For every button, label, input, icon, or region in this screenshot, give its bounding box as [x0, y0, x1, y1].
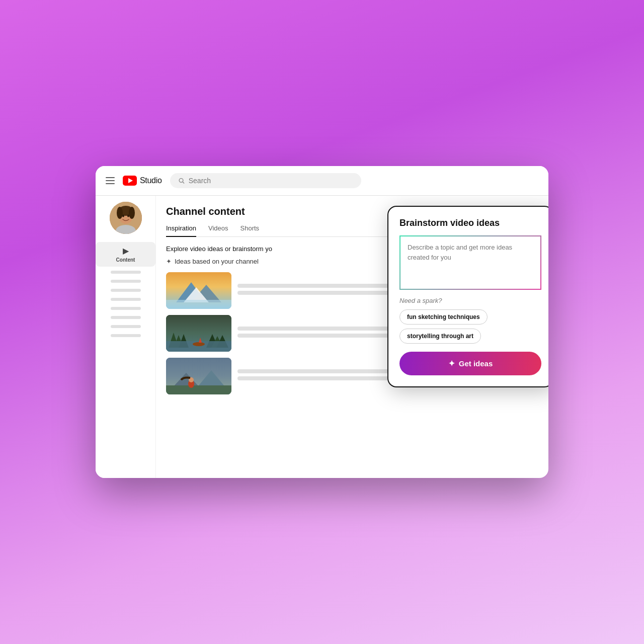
need-spark-label: Need a spark? [399, 297, 541, 304]
main-body: ▶ Content Channel content Inspiration Vi… [96, 196, 548, 478]
youtube-icon [123, 176, 137, 186]
svg-point-7 [117, 207, 123, 219]
video-line-sub-2 [237, 334, 407, 338]
svg-point-8 [129, 207, 135, 219]
svg-point-10 [127, 215, 129, 217]
search-icon [178, 177, 185, 184]
sidebar-line-7 [111, 325, 141, 328]
sidebar-line-5 [111, 307, 141, 310]
svg-point-9 [122, 215, 124, 217]
tab-inspiration[interactable]: Inspiration [166, 224, 196, 237]
sidebar-line-2 [111, 280, 141, 283]
svg-line-3 [183, 182, 184, 183]
get-ideas-button[interactable]: ✦ Get ideas [399, 352, 541, 375]
search-input[interactable] [189, 177, 353, 185]
suggestion-chips: fun sketching techniques storytelling th… [399, 309, 541, 344]
chip-sketching[interactable]: fun sketching techniques [399, 309, 488, 325]
sidebar: ▶ Content [96, 196, 156, 478]
sidebar-line-3 [111, 289, 141, 292]
sidebar-content-label: Content [116, 257, 135, 263]
sparkle-icon: ✦ [448, 359, 455, 368]
brainstorm-panel: Brainstorm video ideas Need a spark? fun… [387, 206, 548, 387]
tab-shorts[interactable]: Shorts [240, 224, 260, 236]
get-ideas-label: Get ideas [459, 359, 493, 368]
tab-videos[interactable]: Videos [208, 224, 228, 236]
search-bar[interactable] [170, 173, 361, 188]
thumbnail-2 [166, 315, 231, 352]
ideas-tag-text: Ideas based on your channel [175, 258, 259, 265]
thumbnail-1 [166, 272, 231, 309]
svg-point-25 [193, 342, 205, 346]
video-line-sub-1 [237, 291, 407, 295]
sidebar-line-8 [111, 334, 141, 337]
header: Studio [96, 166, 548, 196]
browser-window: Studio [96, 166, 548, 478]
avatar [110, 202, 142, 234]
hamburger-menu[interactable] [106, 177, 115, 184]
content-icon: ▶ [123, 246, 129, 256]
studio-label: Studio [140, 176, 162, 185]
topic-textarea[interactable] [400, 236, 540, 287]
svg-rect-30 [166, 385, 231, 394]
content-area: Channel content Inspiration Videos Short… [156, 196, 548, 478]
topic-input-wrapper [399, 235, 541, 290]
sidebar-line-4 [111, 298, 141, 301]
brainstorm-title: Brainstorm video ideas [399, 218, 541, 228]
sidebar-line-6 [111, 316, 141, 319]
sidebar-item-content[interactable]: ▶ Content [96, 242, 155, 267]
thumbnail-3 [166, 358, 231, 394]
spark-icon: ✦ [166, 258, 172, 265]
sidebar-line-1 [111, 271, 141, 274]
youtube-studio-logo: Studio [123, 176, 162, 186]
chip-storytelling[interactable]: storytelling through art [399, 329, 481, 344]
svg-rect-16 [166, 300, 231, 309]
svg-point-2 [179, 179, 183, 183]
